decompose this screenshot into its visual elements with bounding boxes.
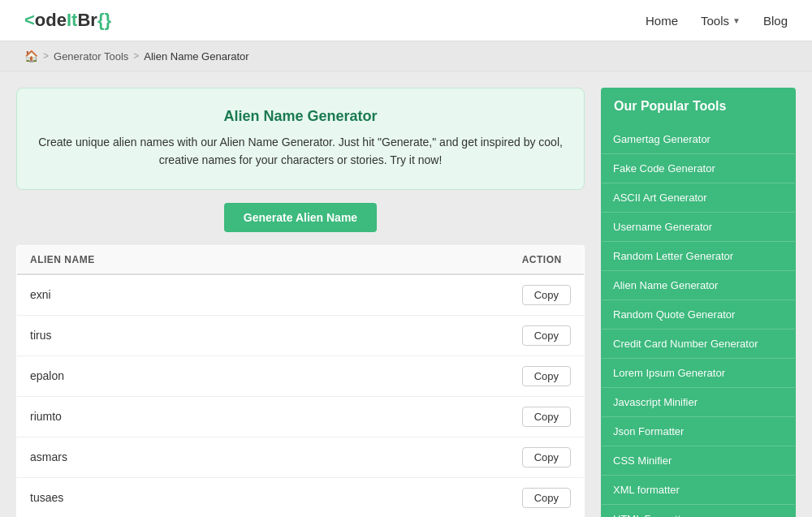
logo-braces: {}: [97, 10, 111, 31]
header: <ode It Br{} Home Tools ▼ Blog: [0, 0, 812, 41]
hero-box: Alien Name Generator Create unique alien…: [16, 88, 585, 190]
sidebar-item-8[interactable]: Lorem Ipsum Generator: [602, 359, 795, 388]
nav-tools-label: Tools: [701, 14, 729, 28]
copy-cell: Copy: [509, 355, 585, 396]
table-row: epalon Copy: [17, 355, 585, 396]
copy-button[interactable]: Copy: [522, 407, 571, 427]
logo-br: Br: [77, 10, 97, 31]
nav-tools-dropdown[interactable]: Tools ▼: [701, 14, 741, 28]
logo-it: It: [67, 10, 77, 31]
sidebar-item-3[interactable]: Username Generator: [602, 213, 795, 242]
copy-cell: Copy: [509, 477, 585, 517]
col-header-action: ACTION: [509, 245, 585, 274]
main-layout: Alien Name Generator Create unique alien…: [0, 71, 812, 517]
table-row: tirus Copy: [17, 315, 585, 355]
home-icon[interactable]: 🏠: [24, 50, 38, 62]
nav-blog[interactable]: Blog: [763, 14, 788, 28]
alien-name-cell: asmars: [17, 437, 509, 477]
sidebar-item-2[interactable]: ASCII Art Generator: [602, 183, 795, 213]
table-body: exni Copy tirus Copy epalon Copy riumto …: [17, 274, 585, 517]
sidebar-item-13[interactable]: HTML Formatter: [602, 505, 795, 517]
nav-home[interactable]: Home: [646, 14, 678, 28]
copy-cell: Copy: [509, 396, 585, 437]
table-header-row: ALIEN NAME ACTION: [17, 245, 585, 274]
breadcrumb-separator-2: >: [133, 50, 139, 62]
alien-name-cell: tirus: [17, 315, 509, 355]
sidebar-item-10[interactable]: Json Formatter: [602, 417, 795, 446]
alien-name-cell: epalon: [17, 355, 509, 396]
sidebar-item-7[interactable]: Credit Card Number Generator: [602, 330, 795, 359]
copy-button[interactable]: Copy: [522, 447, 571, 467]
alien-name-cell: exni: [17, 274, 509, 316]
breadcrumb-link-generator-tools[interactable]: Generator Tools: [54, 50, 128, 62]
generate-button-wrapper: Generate Alien Name: [16, 203, 585, 232]
alien-names-table: ALIEN NAME ACTION exni Copy tirus Copy e…: [16, 245, 585, 517]
hero-title: Alien Name Generator: [33, 108, 568, 125]
logo-lt-bracket: <: [24, 10, 35, 31]
logo: <ode It Br{}: [24, 10, 111, 31]
copy-cell: Copy: [509, 274, 585, 316]
alien-name-cell: tusaes: [17, 477, 509, 517]
copy-cell: Copy: [509, 437, 585, 477]
sidebar-item-6[interactable]: Random Quote Generator: [602, 300, 795, 330]
table-row: exni Copy: [17, 274, 585, 316]
copy-button[interactable]: Copy: [522, 366, 571, 386]
sidebar-item-0[interactable]: Gamertag Generator: [602, 125, 795, 154]
table-row: asmars Copy: [17, 437, 585, 477]
copy-button[interactable]: Copy: [522, 285, 571, 305]
table-row: riumto Copy: [17, 396, 585, 437]
logo-ode: ode: [35, 10, 67, 31]
copy-cell: Copy: [509, 315, 585, 355]
sidebar-item-4[interactable]: Random Letter Generator: [602, 242, 795, 271]
content-area: Alien Name Generator Create unique alien…: [16, 88, 585, 517]
sidebar-item-11[interactable]: CSS Minifier: [602, 446, 795, 476]
hero-description: Create unique alien names with our Alien…: [33, 133, 568, 170]
main-nav: Home Tools ▼ Blog: [646, 14, 788, 28]
sidebar: Our Popular Tools Gamertag GeneratorFake…: [601, 88, 796, 517]
sidebar-item-5[interactable]: Alien Name Generator: [602, 271, 795, 300]
sidebar-title: Our Popular Tools: [601, 88, 796, 125]
col-header-name: ALIEN NAME: [17, 245, 509, 274]
copy-button[interactable]: Copy: [522, 325, 571, 346]
copy-button[interactable]: Copy: [522, 488, 571, 508]
sidebar-item-9[interactable]: Javascript Minifier: [602, 388, 795, 417]
chevron-down-icon: ▼: [732, 16, 741, 25]
table-row: tusaes Copy: [17, 477, 585, 517]
breadcrumb-current: Alien Name Genarator: [144, 50, 248, 62]
generate-button[interactable]: Generate Alien Name: [224, 203, 377, 232]
breadcrumb: 🏠 > Generator Tools > Alien Name Genarat…: [0, 41, 812, 71]
alien-name-cell: riumto: [17, 396, 509, 437]
sidebar-list: Gamertag GeneratorFake Code GeneratorASC…: [601, 125, 796, 517]
sidebar-item-12[interactable]: XML formatter: [602, 476, 795, 505]
breadcrumb-separator-1: >: [43, 50, 49, 62]
sidebar-item-1[interactable]: Fake Code Generator: [602, 154, 795, 183]
